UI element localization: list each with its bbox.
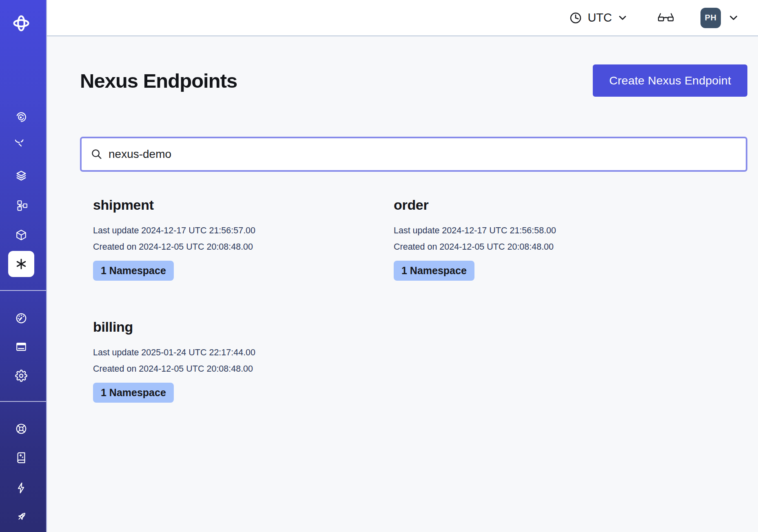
endpoint-created-on: Created on 2024-12-05 UTC 20:08:48.00 (93, 239, 394, 255)
endpoint-card-order[interactable]: order Last update 2024-12-17 UTC 21:56:5… (394, 197, 694, 281)
endpoint-card-shipment[interactable]: shipment Last update 2024-12-17 UTC 21:5… (93, 197, 394, 281)
app-window: UTC PH (0, 0, 758, 532)
labs-glasses-button[interactable] (657, 11, 674, 25)
settings-gear-icon (15, 370, 27, 382)
sidebar (0, 0, 47, 532)
chevron-down-icon (617, 13, 628, 23)
endpoint-name: order (394, 197, 694, 213)
sidebar-item-namespaces[interactable] (8, 334, 34, 360)
temporal-logo[interactable] (12, 14, 31, 33)
endpoint-created-on: Created on 2024-12-05 UTC 20:08:48.00 (93, 361, 394, 377)
account-menu[interactable]: PH (700, 8, 739, 28)
batch-layers-icon (15, 170, 27, 182)
create-nexus-endpoint-button[interactable]: Create Nexus Endpoint (593, 64, 747, 97)
endpoint-name: billing (93, 319, 394, 335)
sidebar-item-schedules[interactable] (8, 133, 34, 159)
topbar: UTC PH (47, 0, 758, 36)
endpoint-card-billing[interactable]: billing Last update 2025-01-24 UTC 22:17… (93, 319, 394, 403)
workflows-icon (15, 111, 27, 123)
chevron-down-icon (728, 12, 739, 24)
search-icon (91, 148, 103, 160)
deployments-graph-icon (15, 200, 27, 212)
sidebar-item-workflows[interactable] (8, 104, 34, 130)
support-lifebuoy-icon (15, 423, 27, 435)
page-title: Nexus Endpoints (80, 69, 237, 92)
namespace-badge: 1 Namespace (93, 383, 174, 403)
namespace-badge: 1 Namespace (394, 261, 474, 281)
getting-started-rocket-icon (15, 511, 27, 523)
sidebar-item-feedback[interactable] (8, 475, 34, 501)
sidebar-divider (0, 401, 46, 402)
sidebar-item-batch-operations[interactable] (8, 163, 34, 189)
sidebar-item-settings[interactable] (8, 363, 34, 389)
timezone-selector[interactable]: UTC (569, 11, 628, 24)
endpoint-grid: shipment Last update 2024-12-17 UTC 21:5… (93, 197, 747, 403)
search-input[interactable] (109, 148, 737, 161)
docs-book-icon (15, 452, 27, 464)
endpoint-last-update: Last update 2025-01-24 UTC 22:17:44.00 (93, 344, 394, 361)
glasses-icon (657, 11, 674, 25)
avatar: PH (700, 8, 721, 28)
sidebar-item-getting-started[interactable] (8, 504, 34, 530)
nexus-asterisk-icon (15, 257, 28, 270)
feedback-lightning-icon (15, 482, 27, 494)
sidebar-item-docs[interactable] (8, 445, 34, 471)
sidebar-item-support[interactable] (8, 416, 34, 442)
sidebar-item-archival[interactable] (8, 222, 34, 248)
sidebar-item-usage[interactable] (8, 305, 34, 331)
main-content: Nexus Endpoints Create Nexus Endpoint sh… (47, 37, 758, 532)
sidebar-divider (0, 290, 46, 291)
sidebar-item-nexus[interactable] (8, 251, 34, 277)
search-box (80, 137, 747, 172)
schedules-timer-icon (15, 140, 27, 152)
page-header: Nexus Endpoints Create Nexus Endpoint (80, 64, 747, 97)
endpoint-name: shipment (93, 197, 394, 213)
timezone-label: UTC (587, 11, 612, 24)
archival-cube-icon (15, 229, 27, 241)
endpoint-created-on: Created on 2024-12-05 UTC 20:08:48.00 (394, 239, 694, 255)
namespaces-window-icon (15, 341, 27, 353)
namespace-badge: 1 Namespace (93, 261, 174, 281)
usage-gauge-icon (15, 312, 27, 324)
sidebar-item-deployments[interactable] (8, 193, 34, 219)
clock-icon (569, 11, 582, 24)
endpoint-last-update: Last update 2024-12-17 UTC 21:56:58.00 (394, 222, 694, 239)
endpoint-last-update: Last update 2024-12-17 UTC 21:56:57.00 (93, 222, 394, 239)
